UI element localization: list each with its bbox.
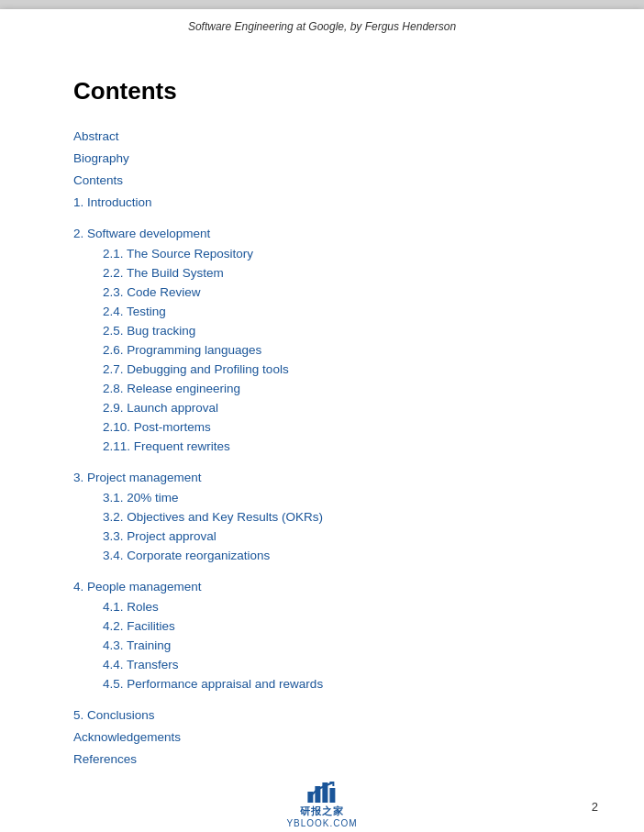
toc-link-4-3[interactable]: 4.3. Training [103,638,171,652]
toc-link-3-3[interactable]: 3.3. Project approval [103,529,217,543]
toc-link-conclusions[interactable]: 5. Conclusions [73,708,155,722]
toc-link-3-1[interactable]: 3.1. 20% time [103,491,179,505]
toc-link-2-4[interactable]: 2.4. Testing [103,305,166,318]
toc-item-conclusions: 5. Conclusions [73,706,571,723]
toc-link-2-6[interactable]: 2.6. Programming languages [103,343,261,357]
toc-link-2-3[interactable]: 2.3. Code Review [103,285,201,299]
toc-link-2-11[interactable]: 2.11. Frequent rewrites [103,439,230,453]
toc-item-references: References [73,750,571,767]
footer-logo: 研报之家 YBLOOK.COM [286,779,357,828]
toc-link-abstract[interactable]: Abstract [73,129,119,143]
toc-sub-2-2: 2.2. The Build System [73,264,571,281]
toc-link-2-10[interactable]: 2.10. Post-mortems [103,420,211,434]
toc-link-2-7[interactable]: 2.7. Debugging and Profiling tools [103,362,289,376]
toc-link-2-8[interactable]: 2.8. Release engineering [103,382,240,395]
toc-section-4-title: 4. People management [73,578,571,594]
toc-section-2-title: 2. Software development [73,225,571,241]
page-header: Software Engineering at Google, by Fergu… [0,9,644,40]
toc-section-3-title: 3. Project management [73,469,571,485]
toc-link-project-management[interactable]: 3. Project management [73,471,202,484]
toc-sub-4-2: 4.2. Facilities [73,617,571,634]
toc-link-2-5[interactable]: 2.5. Bug tracking [103,324,195,338]
toc-sub-2-6: 2.6. Programming languages [73,341,571,358]
toc-sub-4-4: 4.4. Transfers [73,656,571,672]
page-title: Contents [73,77,571,105]
toc-item-abstract: Abstract [73,128,571,144]
toc-section-2: 2. Software development 2.1. The Source … [73,225,571,454]
toc-link-acknowledgements[interactable]: Acknowledgements [73,730,181,744]
toc-sub-2-4: 2.4. Testing [73,303,571,319]
toc-link-software-development[interactable]: 2. Software development [73,227,210,240]
toc-item-contents: Contents [73,172,571,188]
footer-text-chinese: 研报之家 [300,804,344,818]
toc-sub-2-1: 2.1. The Source Repository [73,245,571,261]
toc-sub-3-4: 3.4. Corporate reorganizations [73,547,571,563]
toc-link-4-5[interactable]: 4.5. Performance appraisal and rewards [103,677,323,691]
toc-link-2-2[interactable]: 2.2. The Build System [103,266,224,280]
page-number: 2 [592,800,598,814]
toc-link-2-9[interactable]: 2.9. Launch approval [103,401,218,415]
toc-sub-2-11: 2.11. Frequent rewrites [73,438,571,454]
toc-sub-2-10: 2.10. Post-mortems [73,418,571,435]
content-area: Contents Abstract Biography Contents 1. … [0,40,644,827]
toc-link-contents[interactable]: Contents [73,173,123,187]
chart-icon [305,779,339,804]
svg-rect-3 [329,788,335,803]
toc-item-introduction: 1. Introduction [73,194,571,210]
toc-item-biography: Biography [73,150,571,166]
toc-sub-2-3: 2.3. Code Review [73,283,571,300]
toc-sub-4-5: 4.5. Performance appraisal and rewards [73,675,571,692]
toc-section-4: 4. People management 4.1. Roles 4.2. Fac… [73,578,571,692]
toc-link-references[interactable]: References [73,752,137,766]
toc-sub-3-1: 3.1. 20% time [73,489,571,505]
toc-link-4-1[interactable]: 4.1. Roles [103,600,159,614]
toc-link-introduction[interactable]: 1. Introduction [73,195,152,209]
toc-link-2-1[interactable]: 2.1. The Source Repository [103,247,253,261]
toc-section-3: 3. Project management 3.1. 20% time 3.2.… [73,469,571,563]
toc-sub-2-9: 2.9. Launch approval [73,399,571,416]
toc-link-3-4[interactable]: 3.4. Corporate reorganizations [103,549,270,562]
toc-item-acknowledgements: Acknowledgements [73,728,571,745]
footer-text-url: YBLOOK.COM [286,818,357,828]
toc-link-people-management[interactable]: 4. People management [73,580,202,593]
toc-link-biography[interactable]: Biography [73,151,129,165]
page: Software Engineering at Google, by Fergu… [0,9,644,832]
toc-link-4-4[interactable]: 4.4. Transfers [103,658,179,671]
toc-sub-4-3: 4.3. Training [73,637,571,653]
toc-sub-3-3: 3.3. Project approval [73,527,571,544]
toc-sub-3-2: 3.2. Objectives and Key Results (OKRs) [73,508,571,525]
toc-link-3-2[interactable]: 3.2. Objectives and Key Results (OKRs) [103,510,323,524]
toc-sub-2-5: 2.5. Bug tracking [73,322,571,338]
toc-sub-4-1: 4.1. Roles [73,598,571,615]
toc-sub-2-7: 2.7. Debugging and Profiling tools [73,361,571,377]
toc-sub-2-8: 2.8. Release engineering [73,380,571,396]
toc-link-4-2[interactable]: 4.2. Facilities [103,619,175,633]
header-text: Software Engineering at Google, by Fergu… [188,20,456,33]
